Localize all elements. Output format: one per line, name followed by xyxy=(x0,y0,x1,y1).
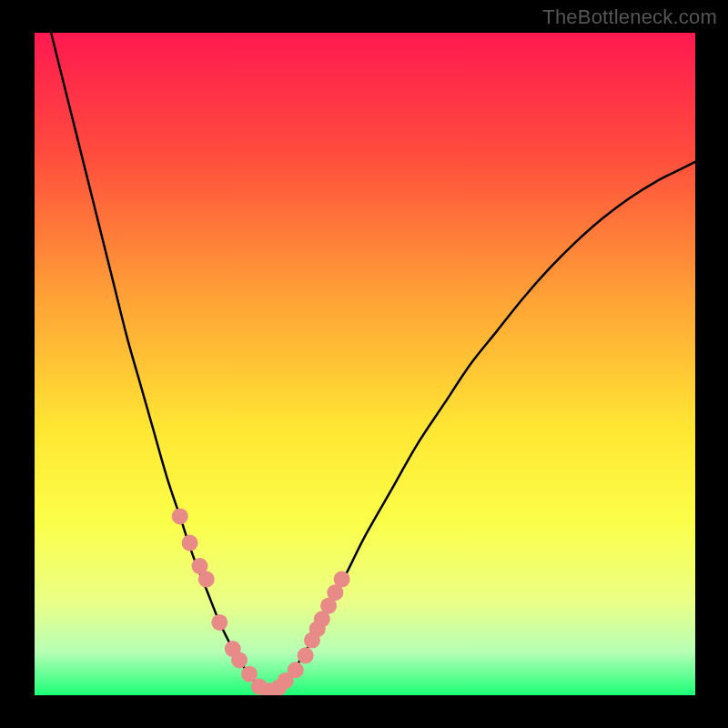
highlight-point xyxy=(334,571,350,588)
highlight-point xyxy=(288,662,304,678)
chart-container: TheBottleneck.com xyxy=(0,0,728,728)
watermark-text: TheBottleneck.com xyxy=(542,5,717,29)
plot-area xyxy=(35,33,695,695)
highlight-point xyxy=(231,652,248,668)
highlight-point xyxy=(298,647,314,663)
chart-svg xyxy=(35,33,695,695)
highlight-point xyxy=(172,508,188,524)
highlight-point xyxy=(198,571,215,588)
highlight-point xyxy=(211,614,228,631)
highlight-point xyxy=(182,535,198,551)
